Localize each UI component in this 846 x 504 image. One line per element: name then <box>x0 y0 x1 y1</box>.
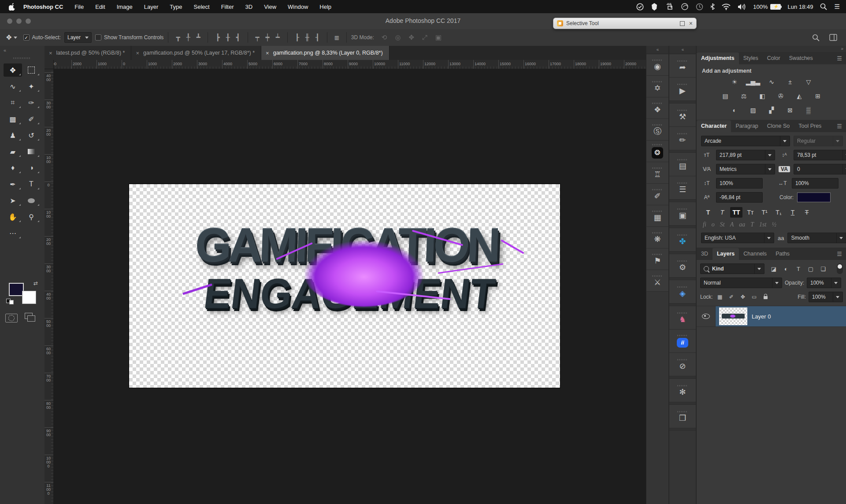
lock-image-icon[interactable]: ✐ <box>727 294 736 300</box>
paragraph-styles-panel-icon[interactable]: ☰ <box>669 176 696 200</box>
menu-filter[interactable]: Filter <box>221 4 234 10</box>
folder-clock-panel-icon[interactable]: ❒ <box>669 405 696 428</box>
checkmark-status-icon[interactable] <box>636 3 644 11</box>
pen-tool[interactable]: ✒ <box>4 178 22 191</box>
app-menu-label[interactable]: Photoshop CC <box>23 4 63 10</box>
spiral-app-panel-icon[interactable]: ❂ <box>646 141 668 162</box>
photo-filter-icon[interactable]: ✇ <box>776 92 786 100</box>
close-tab-icon[interactable]: × <box>49 50 52 56</box>
color-balance-icon[interactable]: ⚖ <box>738 92 749 100</box>
floating-window-selective-tool[interactable]: Selective Tool × <box>553 18 697 29</box>
grid-squares-panel-icon[interactable]: ❖ <box>646 97 668 119</box>
weave-panel-icon[interactable]: ▦ <box>646 205 668 227</box>
panel-tab-paragrap[interactable]: Paragrap <box>731 120 762 132</box>
maximize-icon[interactable] <box>680 21 685 26</box>
panel-menu-icon[interactable]: ☰ <box>832 251 846 260</box>
all-caps-button[interactable]: TT <box>730 207 742 218</box>
menu-edit[interactable]: Edit <box>95 4 105 10</box>
swap-colors-icon[interactable]: ⇄ <box>33 280 38 286</box>
panel-tab-character[interactable]: Character <box>697 120 731 132</box>
small-caps-button[interactable]: Tᴛ <box>744 207 757 218</box>
menu-view[interactable]: View <box>264 4 276 10</box>
menu-bar-clock[interactable]: Lun 18:49 <box>788 4 813 10</box>
eyedropper-tool[interactable]: ✑ <box>22 96 41 109</box>
spot-healing-brush-tool[interactable]: ▩ <box>4 112 22 126</box>
settings-gears-panel-icon[interactable]: ⚙ <box>669 254 696 278</box>
menu-layer[interactable]: Layer <box>144 4 159 10</box>
time-machine-status-icon[interactable] <box>696 3 703 11</box>
subscript-button[interactable]: T₁ <box>772 207 785 218</box>
3d-mode-button[interactable]: ✥ <box>408 33 414 41</box>
ligatures-button[interactable]: fi <box>703 221 706 228</box>
3d-properties-panel-icon[interactable]: ▣ <box>669 202 696 226</box>
history-brush-tool[interactable]: ↺ <box>22 129 41 142</box>
menu-image[interactable]: Image <box>117 4 133 10</box>
color-lookup-icon[interactable]: ⊞ <box>813 92 823 100</box>
horizontal-type-tool[interactable]: T <box>22 178 41 191</box>
channel-mixer-icon[interactable]: ◭ <box>794 92 805 100</box>
vertical-ruler[interactable]: 4000300020001000010002000300040005000600… <box>45 69 54 504</box>
libraries-ribbon-panel-icon[interactable]: ✤ <box>669 228 696 252</box>
vibrance-icon[interactable]: ▽ <box>803 78 814 86</box>
collapse-panels-icon[interactable]: » <box>697 46 846 52</box>
fractions-button[interactable]: ½ <box>772 221 776 228</box>
panel-menu-icon[interactable]: ☰ <box>832 55 846 64</box>
flag-panel-icon[interactable]: ⚑ <box>646 248 668 270</box>
horizontal-ruler[interactable]: 3000200010000100020003000400050006000700… <box>45 60 646 69</box>
language-select[interactable]: English: USA <box>701 233 774 243</box>
paintbrush-panel-icon[interactable]: ✐ <box>646 184 668 205</box>
close-tab-icon[interactable]: × <box>136 50 139 56</box>
document-canvas[interactable]: ENGAGEMENT GAMIFICATION <box>129 184 560 388</box>
close-tab-icon[interactable]: × <box>266 50 269 56</box>
crop-tool[interactable]: ⌗ <box>4 96 22 109</box>
brush-tool[interactable]: ✐ <box>22 112 41 126</box>
filter-pixel-layers-icon[interactable]: ◪ <box>769 264 779 273</box>
document-tab[interactable]: ×gamification.psd @ 50% (Layer 17, RGB/8… <box>131 46 261 60</box>
canvas-viewport[interactable]: ENGAGEMENT GAMIFICATION <box>53 69 646 504</box>
path-selection-tool[interactable]: ➤ <box>4 194 22 207</box>
tracking-field[interactable]: 0 <box>794 164 846 174</box>
blur-tool[interactable]: ♦ <box>4 161 22 174</box>
quick-mask-button[interactable] <box>5 314 18 322</box>
distribute-icon[interactable]: ▥ <box>335 33 339 41</box>
swash-button[interactable]: A <box>730 221 734 228</box>
device-preview-panel-icon[interactable]: ⊘ <box>669 353 696 376</box>
move-tool-options-icon[interactable]: ✥ <box>6 33 17 41</box>
panel-tab-clone-so[interactable]: Clone So <box>763 120 794 132</box>
actions-play-panel-icon[interactable]: ▶ <box>669 78 696 101</box>
elephant-app-panel-icon[interactable]: ♞ <box>669 306 696 330</box>
align-button[interactable]: ┷ <box>276 33 280 41</box>
posterize-icon[interactable]: ▨ <box>748 106 758 114</box>
strikethrough-button[interactable]: T <box>801 207 813 218</box>
panel-tab-adjustments[interactable]: Adjustments <box>697 52 739 64</box>
notification-center-icon[interactable]: ☰ <box>834 4 840 10</box>
faux-italic-button[interactable]: T <box>716 207 728 218</box>
filter-type-layers-icon[interactable]: T <box>794 264 803 273</box>
align-button[interactable]: ┨ <box>315 33 319 41</box>
panel-grip[interactable] <box>13 57 31 59</box>
rectangular-marquee-tool[interactable] <box>22 63 41 77</box>
3d-mode-button[interactable]: ⟲ <box>382 33 387 41</box>
align-button[interactable]: ╂ <box>226 33 230 41</box>
lock-all-icon[interactable] <box>761 294 770 300</box>
black-white-icon[interactable]: ◧ <box>757 92 768 100</box>
brush-settings-panel-icon[interactable]: ✏ <box>669 127 696 150</box>
menu-type[interactable]: Type <box>170 4 182 10</box>
exposure-icon[interactable]: ± <box>785 78 795 86</box>
3d-mode-button[interactable]: ▣ <box>435 33 442 41</box>
leading-field[interactable]: 78,53 pt <box>794 150 846 160</box>
3d-mode-button[interactable]: ◎ <box>395 33 401 41</box>
selected-layer[interactable]: Layer 0 <box>716 306 846 326</box>
align-button[interactable]: ┠ <box>295 33 299 41</box>
apple-menu-icon[interactable] <box>9 3 15 11</box>
align-button[interactable]: ┣ <box>215 33 219 41</box>
layer-thumbnail[interactable] <box>719 308 747 325</box>
hand-tool[interactable]: ✋ <box>4 210 22 223</box>
ruler-origin-corner[interactable] <box>45 60 54 69</box>
align-button[interactable]: ┯ <box>256 33 260 41</box>
gradient-tool[interactable] <box>22 145 41 158</box>
volume-status-icon[interactable] <box>738 4 746 10</box>
creative-cloud-panel-icon[interactable]: ◉ <box>646 54 668 76</box>
panel-tab-color[interactable]: Color <box>763 52 785 64</box>
opacity-field[interactable]: 100% <box>807 278 841 288</box>
